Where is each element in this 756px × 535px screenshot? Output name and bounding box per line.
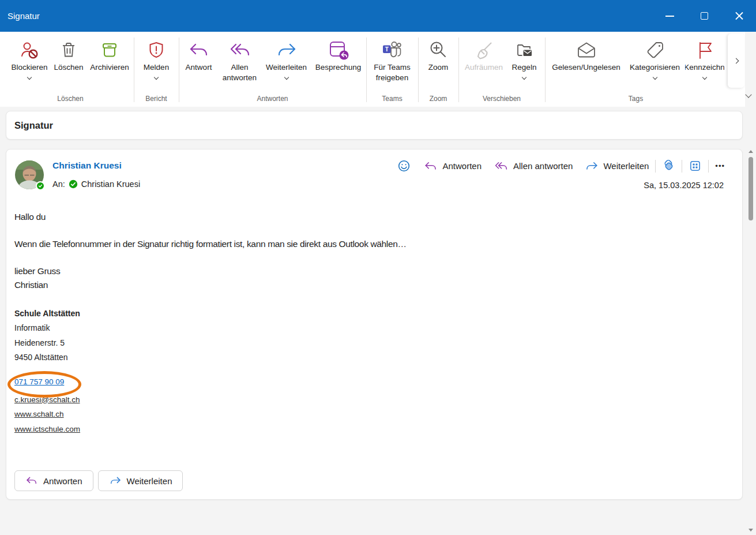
reply-all-button[interactable]: Allen antworten xyxy=(218,32,262,92)
forward-button[interactable]: Weiterleiten xyxy=(262,32,311,92)
title-bar: Signatur xyxy=(0,0,756,32)
close-button[interactable] xyxy=(721,0,756,32)
meeting-calendar-icon xyxy=(328,38,349,62)
reply-all-action-label: Allen antworten xyxy=(513,161,573,171)
email-body: Hallo du Wenn die Telefonnummer in der S… xyxy=(14,210,678,305)
to-label: An: xyxy=(52,179,65,189)
email-subject: Signatur xyxy=(14,120,53,131)
ribbon-group-label-report: Bericht xyxy=(134,95,179,103)
read-unread-envelope-icon xyxy=(574,38,599,62)
forward-action[interactable]: Weiterleiten xyxy=(585,160,649,172)
more-actions-button[interactable]: ••• xyxy=(715,162,725,170)
footer-forward-button[interactable]: Weiterleiten xyxy=(98,470,183,491)
reply-label: Antwort xyxy=(186,62,212,73)
forward-arrow-icon xyxy=(276,38,298,62)
teams-icon: T xyxy=(381,38,403,62)
report-label: Melden xyxy=(144,62,169,73)
zoom-magnifier-icon xyxy=(428,38,449,62)
share-to-teams-button[interactable]: T Für Teams freigeben xyxy=(368,32,416,92)
archive-label: Archivieren xyxy=(90,62,129,73)
action-divider xyxy=(708,160,709,173)
maximize-button[interactable] xyxy=(687,0,721,32)
ribbon-group-label-move: Verschieben xyxy=(458,95,545,103)
body-paragraph: lieber Gruss xyxy=(14,264,678,278)
ribbon-group-delete: Blockieren Löschen Archivieren Löschen xyxy=(7,32,134,107)
footer-reply-label: Antworten xyxy=(43,476,82,486)
ribbon-group-tags: Gelesen/Ungelesen Kategorisieren Kennzei… xyxy=(545,32,727,107)
rules-label: Regeln xyxy=(512,62,537,73)
phone-link[interactable]: 071 757 90 09 xyxy=(14,378,64,386)
email-link[interactable]: c.kruesi@schalt.ch xyxy=(14,396,80,404)
ribbon-expand-button[interactable] xyxy=(728,33,744,88)
website-link-2[interactable]: www.ictschule.com xyxy=(14,425,80,433)
reply-arrow-icon xyxy=(424,160,438,172)
sweep-broom-icon xyxy=(473,38,494,62)
signature-org: Schule Altstätten xyxy=(14,306,80,321)
window-title: Signatur xyxy=(7,11,40,21)
reply-all-arrow-icon xyxy=(228,38,251,62)
loop-button[interactable] xyxy=(662,159,675,173)
window-controls xyxy=(652,0,756,32)
archive-box-icon xyxy=(100,38,119,62)
forward-action-label: Weiterleiten xyxy=(603,161,649,171)
ribbon-group-label-respond: Antworten xyxy=(179,95,366,103)
zoom-label: Zoom xyxy=(428,62,449,73)
signature-city: 9450 Altstätten xyxy=(14,350,80,365)
reply-all-label: Allen antworten xyxy=(218,62,262,83)
sweep-label: Aufräumen xyxy=(465,62,503,73)
ribbon-group-label-tags: Tags xyxy=(545,95,727,103)
chevron-down-icon xyxy=(154,74,159,79)
rules-folder-icon xyxy=(514,38,535,62)
scroll-down-icon[interactable] xyxy=(749,529,753,532)
message-action-bar: Antworten Allen antworten Weiterleiten •… xyxy=(397,159,725,173)
presence-available-icon xyxy=(36,181,45,190)
block-sender-label: Blockieren xyxy=(11,62,47,73)
categorize-label: Kategorisieren xyxy=(630,62,680,73)
sender-avatar[interactable] xyxy=(15,160,44,189)
apps-button[interactable] xyxy=(689,159,702,173)
ribbon-group-label-zoom: Zoom xyxy=(418,95,458,103)
chevron-down-icon xyxy=(652,74,657,79)
scroll-up-icon[interactable] xyxy=(749,150,753,153)
recipient-name[interactable]: Christian Kruesi xyxy=(81,179,140,189)
archive-button[interactable]: Archivieren xyxy=(86,32,133,92)
footer-reply-button[interactable]: Antworten xyxy=(14,470,93,491)
delete-button[interactable]: Löschen xyxy=(51,32,86,92)
flag-button[interactable]: Kennzeichn xyxy=(685,32,724,92)
recipient-row: An: Christian Kruesi xyxy=(52,179,140,189)
minimize-button[interactable] xyxy=(652,0,687,32)
ribbon-group-move: Aufräumen Regeln Verschieben xyxy=(458,32,545,107)
message-card: Christian Kruesi An: Christian Kruesi An… xyxy=(6,149,743,500)
apps-grid-icon xyxy=(689,159,702,173)
zoom-button[interactable]: Zoom xyxy=(421,32,456,92)
body-paragraph: Christian xyxy=(14,278,678,292)
meeting-button[interactable]: Besprechung xyxy=(311,32,366,92)
footer-forward-label: Weiterleiten xyxy=(127,476,172,486)
ribbon-group-label-delete: Löschen xyxy=(7,95,134,103)
rules-button[interactable]: Regeln xyxy=(506,32,542,92)
chevron-down-icon xyxy=(522,74,526,79)
categorize-tag-icon xyxy=(645,38,665,62)
message-date: Sa, 15.03.2025 12:02 xyxy=(644,181,724,190)
svg-text:T: T xyxy=(385,46,389,53)
reply-button[interactable]: Antwort xyxy=(180,32,218,92)
ribbon-collapse-button[interactable] xyxy=(746,92,754,98)
reply-all-action[interactable]: Allen antworten xyxy=(494,160,573,172)
reaction-button[interactable] xyxy=(397,159,411,173)
chevron-down-icon xyxy=(284,74,288,79)
block-sender-icon xyxy=(20,38,39,62)
scrollbar-thumb[interactable] xyxy=(749,157,753,220)
action-divider xyxy=(682,160,682,173)
ribbon-group-zoom: Zoom Zoom xyxy=(418,32,458,107)
report-button[interactable]: Melden xyxy=(136,32,176,92)
block-sender-button[interactable]: Blockieren xyxy=(8,32,51,92)
categorize-button[interactable]: Kategorisieren xyxy=(625,32,685,92)
reply-action[interactable]: Antworten xyxy=(424,160,482,172)
delete-label: Löschen xyxy=(54,62,83,73)
chevron-down-icon xyxy=(745,91,751,98)
sender-name[interactable]: Christian Kruesi xyxy=(52,160,122,171)
website-link[interactable]: www.schalt.ch xyxy=(14,410,64,418)
read-unread-button[interactable]: Gelesen/Ungelesen xyxy=(548,32,625,92)
maximize-icon xyxy=(701,12,708,20)
vertical-scrollbar[interactable] xyxy=(747,144,755,535)
